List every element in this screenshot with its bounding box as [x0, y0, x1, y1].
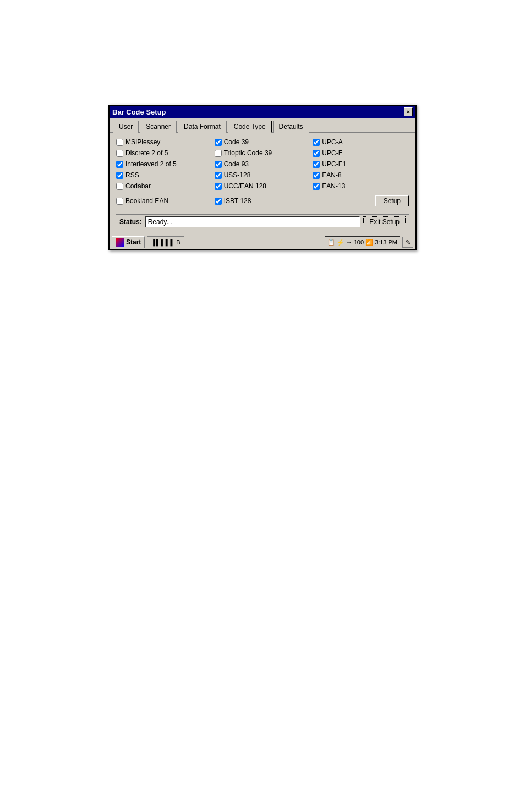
rss-checkbox[interactable] — [116, 172, 123, 179]
uss128-label: USS-128 — [224, 171, 251, 179]
tab-scanner[interactable]: Scanner — [140, 121, 177, 133]
tab-defaults[interactable]: Defaults — [273, 121, 309, 133]
taskbar-right: 📋 ⚡ → 100 📶 3:13 PM ✎ — [325, 236, 413, 248]
status-value: Ready... — [145, 216, 360, 227]
tray-icon-1: 📋 — [327, 239, 335, 246]
isbt128-checkbox[interactable] — [215, 198, 222, 205]
ean13-checkbox[interactable] — [313, 183, 320, 190]
ean8-checkbox[interactable] — [313, 172, 320, 179]
list-item: RSS — [116, 171, 212, 179]
tray-extra-icon: ✎ — [406, 239, 411, 246]
status-bar: Status: Ready... Exit Setup — [116, 214, 409, 229]
list-item: UPC-A — [313, 138, 409, 146]
discrete2of5-checkbox[interactable] — [116, 150, 123, 157]
ean8-label: EAN-8 — [322, 171, 341, 179]
trioptic-label: Trioptic Code 39 — [224, 149, 272, 157]
upca-checkbox[interactable] — [313, 139, 320, 146]
start-icon — [116, 238, 124, 247]
dialog-title: Bar Code Setup — [112, 108, 166, 116]
ean13-label: EAN-13 — [322, 182, 345, 190]
booklandean-label: Bookland EAN — [125, 197, 168, 205]
list-item: Discrete 2 of 5 — [116, 149, 212, 157]
system-tray: 📋 ⚡ → 100 📶 3:13 PM — [325, 236, 400, 248]
start-button[interactable]: Start — [112, 236, 145, 248]
codabar-label: Codabar — [125, 182, 151, 190]
dialog-titlebar: Bar Code Setup × — [110, 106, 415, 118]
clock: 3:13 PM — [375, 239, 397, 246]
taskbar-app-label: B — [176, 239, 180, 246]
list-item: MSIPlessey — [116, 138, 212, 146]
tray-icon-5: 📶 — [365, 239, 373, 246]
page-container: Bar Code Setup × User Scanner Data Forma… — [0, 0, 525, 812]
checkbox-grid: MSIPlessey Code 39 UPC-A Discrete 2 of 5 — [116, 138, 409, 209]
list-item: Bookland EAN — [116, 193, 212, 209]
tab-data-format[interactable]: Data Format — [178, 121, 227, 133]
code93-label: Code 93 — [224, 160, 249, 168]
tray-icon-3: → — [346, 239, 352, 246]
code39-label: Code 39 — [224, 138, 249, 146]
upce1-checkbox[interactable] — [313, 161, 320, 168]
taskbar-left: Start ▐▌▌▌▌ B — [112, 236, 184, 248]
tab-user[interactable]: User — [113, 121, 139, 133]
list-item: Codabar — [116, 182, 212, 190]
rss-label: RSS — [125, 171, 139, 179]
list-item: Interleaved 2 of 5 — [116, 160, 212, 168]
list-item: ISBT 128 — [215, 193, 311, 209]
exit-setup-button[interactable]: Exit Setup — [363, 216, 406, 227]
taskbar: Start ▐▌▌▌▌ B 📋 ⚡ → 100 📶 3:13 PM — [110, 235, 415, 249]
dialog-wrapper: Bar Code Setup × User Scanner Data Forma… — [108, 105, 417, 250]
list-item: Trioptic Code 39 — [215, 149, 311, 157]
list-item: USS-128 — [215, 171, 311, 179]
interleaved2of5-label: Interleaved 2 of 5 — [125, 160, 177, 168]
list-item: UPC-E1 — [313, 160, 409, 168]
taskbar-app-bars: ▐▌▌▌▌ — [151, 239, 175, 246]
tab-code-type[interactable]: Code Type — [228, 121, 272, 133]
upce-label: UPC-E — [322, 149, 342, 157]
dialog-content: MSIPlessey Code 39 UPC-A Discrete 2 of 5 — [110, 133, 415, 235]
uccean128-label: UCC/EAN 128 — [224, 182, 266, 190]
upce-checkbox[interactable] — [313, 150, 320, 157]
code93-checkbox[interactable] — [215, 161, 222, 168]
setup-btn-container: Setup — [313, 195, 409, 206]
tray-icon-4: 100 — [354, 239, 364, 246]
interleaved2of5-checkbox[interactable] — [116, 161, 123, 168]
trioptic-checkbox[interactable] — [215, 150, 222, 157]
start-label: Start — [126, 238, 141, 246]
list-item: EAN-8 — [313, 171, 409, 179]
taskbar-app-item[interactable]: ▐▌▌▌▌ B — [147, 236, 184, 248]
list-item: UCC/EAN 128 — [215, 182, 311, 190]
msiplessey-label: MSIPlessey — [125, 138, 160, 146]
code39-checkbox[interactable] — [215, 139, 222, 146]
codabar-checkbox[interactable] — [116, 183, 123, 190]
list-item: EAN-13 — [313, 182, 409, 190]
list-item: Code 39 — [215, 138, 311, 146]
list-item: Code 93 — [215, 160, 311, 168]
msiplessey-checkbox[interactable] — [116, 139, 123, 146]
list-item: UPC-E — [313, 149, 409, 157]
barcode-setup-dialog: Bar Code Setup × User Scanner Data Forma… — [108, 105, 417, 250]
setup-button[interactable]: Setup — [375, 195, 409, 206]
tray-extra[interactable]: ✎ — [402, 237, 413, 248]
upce1-label: UPC-E1 — [322, 160, 346, 168]
upca-label: UPC-A — [322, 138, 342, 146]
uss128-checkbox[interactable] — [215, 172, 222, 179]
close-button[interactable]: × — [404, 107, 413, 116]
uccean128-checkbox[interactable] — [215, 183, 222, 190]
isbt128-label: ISBT 128 — [224, 197, 251, 205]
tray-icon-2: ⚡ — [337, 239, 344, 246]
status-label: Status: — [119, 218, 142, 226]
dialog-tabs: User Scanner Data Format Code Type Defau… — [110, 118, 415, 133]
discrete2of5-label: Discrete 2 of 5 — [125, 149, 168, 157]
bottom-line — [0, 795, 525, 795]
booklandean-checkbox[interactable] — [116, 198, 123, 205]
close-icon: × — [407, 108, 410, 115]
